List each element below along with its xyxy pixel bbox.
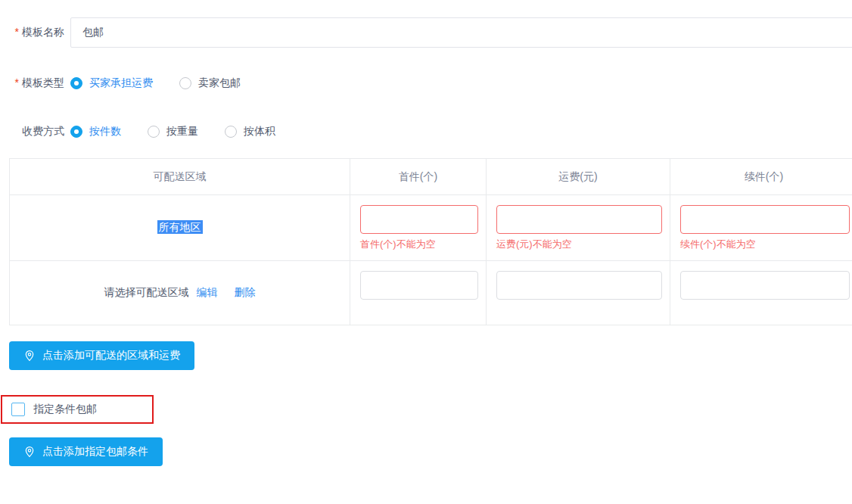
condition-checkbox[interactable] bbox=[11, 403, 25, 416]
location-pin-icon bbox=[23, 350, 36, 362]
charge-mode-label: 收费方式 bbox=[0, 125, 64, 138]
radio-unselected-icon bbox=[179, 77, 191, 89]
fee-input[interactable] bbox=[496, 271, 662, 300]
table-row-all-regions: 所有地区 首件(个)不能为空 运费(元)不能为空 续件(个)不能为空 bbox=[10, 195, 852, 261]
radio-option-label: 按体积 bbox=[244, 125, 275, 138]
required-asterisk: * bbox=[15, 76, 19, 89]
first-piece-cell: 首件(个)不能为空 bbox=[350, 195, 487, 261]
header-fee: 运费(元) bbox=[487, 159, 670, 195]
radio-unselected-icon bbox=[148, 126, 160, 138]
fee-cell: 运费(元)不能为空 bbox=[487, 195, 670, 261]
charge-mode-label-text: 收费方式 bbox=[22, 125, 64, 137]
template-name-label: *模板名称 bbox=[0, 26, 64, 39]
add-region-button[interactable]: 点击添加可配送的区域和运费 bbox=[9, 341, 194, 370]
header-region: 可配送区域 bbox=[10, 159, 350, 195]
charge-mode-row: 收费方式 按件数 按重量 按体积 bbox=[0, 125, 852, 138]
radio-option-label: 按重量 bbox=[166, 125, 198, 138]
fee-input[interactable] bbox=[496, 205, 662, 234]
first-piece-cell bbox=[350, 261, 487, 325]
template-name-row: *模板名称 bbox=[0, 17, 852, 48]
radio-option-seller-free[interactable]: 卖家包邮 bbox=[179, 76, 241, 90]
first-piece-error: 首件(个)不能为空 bbox=[360, 238, 478, 251]
fee-cell bbox=[487, 261, 670, 325]
additional-piece-input[interactable] bbox=[680, 205, 850, 234]
radio-option-label: 卖家包邮 bbox=[198, 76, 241, 90]
first-piece-input[interactable] bbox=[360, 205, 478, 234]
template-name-input[interactable] bbox=[70, 17, 852, 48]
shipping-fee-table: 可配送区域 首件(个) 运费(元) 续件(个) 所有地区 首件(个)不能为空 运… bbox=[9, 158, 852, 325]
free-shipping-condition-box: 指定条件包邮 bbox=[1, 395, 154, 424]
first-piece-input[interactable] bbox=[360, 271, 478, 300]
location-pin-icon bbox=[23, 446, 36, 458]
edit-region-link[interactable]: 编辑 bbox=[197, 286, 218, 298]
header-additional-piece: 续件(个) bbox=[670, 159, 852, 195]
radio-option-by-piece[interactable]: 按件数 bbox=[70, 125, 121, 138]
region-cell: 所有地区 bbox=[10, 195, 350, 261]
radio-option-label: 按件数 bbox=[89, 125, 121, 138]
additional-piece-input[interactable] bbox=[680, 271, 850, 300]
region-picker-text: 请选择可配送区域 bbox=[104, 286, 189, 298]
add-condition-button-label: 点击添加指定包邮条件 bbox=[42, 445, 148, 459]
table-row-region-picker: 请选择可配送区域 编辑 删除 bbox=[10, 261, 852, 325]
region-all-text-selected[interactable]: 所有地区 bbox=[157, 220, 203, 234]
template-type-label: *模板类型 bbox=[0, 76, 64, 90]
radio-option-buyer-pays[interactable]: 买家承担运费 bbox=[70, 76, 153, 90]
additional-piece-cell: 续件(个)不能为空 bbox=[670, 195, 852, 261]
add-condition-button[interactable]: 点击添加指定包邮条件 bbox=[9, 437, 163, 466]
radio-selected-icon bbox=[70, 77, 82, 89]
radio-selected-icon bbox=[70, 126, 82, 138]
region-picker-cell: 请选择可配送区域 编辑 删除 bbox=[10, 261, 350, 325]
radio-option-label: 买家承担运费 bbox=[89, 76, 153, 90]
radio-unselected-icon bbox=[225, 126, 237, 138]
delete-region-link[interactable]: 删除 bbox=[234, 286, 255, 298]
required-asterisk: * bbox=[15, 26, 19, 38]
condition-checkbox-label: 指定条件包邮 bbox=[33, 403, 97, 416]
template-type-row: *模板类型 买家承担运费 卖家包邮 bbox=[0, 76, 852, 90]
radio-option-by-volume[interactable]: 按体积 bbox=[225, 125, 275, 138]
radio-option-by-weight[interactable]: 按重量 bbox=[148, 125, 198, 138]
add-region-button-label: 点击添加可配送的区域和运费 bbox=[42, 349, 180, 362]
template-name-label-text: 模板名称 bbox=[22, 26, 64, 38]
additional-piece-cell bbox=[670, 261, 852, 325]
additional-piece-error: 续件(个)不能为空 bbox=[680, 238, 850, 251]
fee-error: 运费(元)不能为空 bbox=[496, 238, 662, 251]
header-first-piece: 首件(个) bbox=[350, 159, 487, 195]
table-header-row: 可配送区域 首件(个) 运费(元) 续件(个) bbox=[10, 159, 852, 195]
template-type-label-text: 模板类型 bbox=[22, 76, 64, 89]
